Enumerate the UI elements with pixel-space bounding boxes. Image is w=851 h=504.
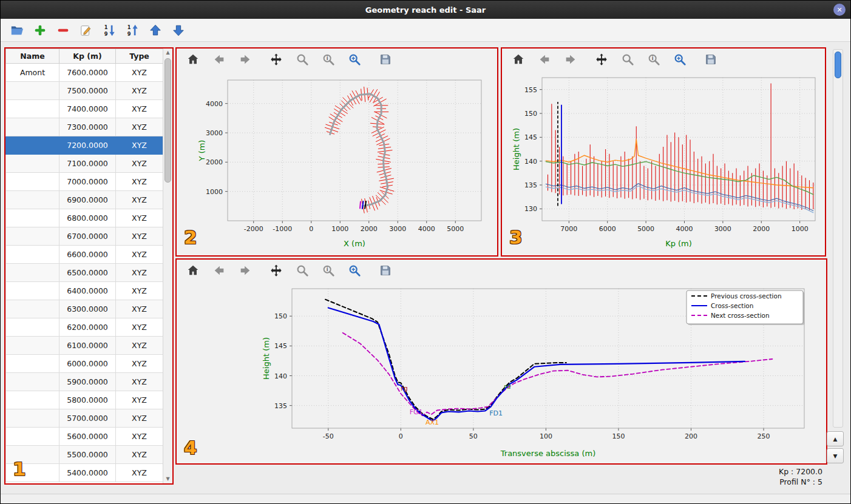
customize-button[interactable] bbox=[672, 52, 688, 67]
table-cell[interactable]: XYZ bbox=[116, 409, 163, 428]
table-cell[interactable]: 6900.0000 bbox=[59, 191, 116, 209]
pan-button[interactable] bbox=[268, 52, 284, 67]
profiles-scrollbar[interactable] bbox=[833, 49, 843, 428]
table-row[interactable]: 7300.0000XYZ bbox=[6, 118, 163, 136]
table-cell[interactable]: 5600.0000 bbox=[59, 428, 116, 446]
table-cell[interactable]: XYZ bbox=[116, 300, 163, 318]
scroll-down-icon[interactable]: ▼ bbox=[163, 475, 172, 483]
table-row[interactable]: 6400.0000XYZ bbox=[6, 282, 163, 300]
zoom-button[interactable] bbox=[294, 263, 310, 278]
save-button[interactable] bbox=[378, 263, 393, 278]
table-cell[interactable]: XYZ bbox=[116, 355, 163, 373]
table-cell[interactable] bbox=[6, 191, 59, 209]
table-cell[interactable]: 5800.0000 bbox=[59, 391, 116, 409]
close-button[interactable]: ✕ bbox=[833, 4, 846, 16]
profile-up-button[interactable]: ▲ bbox=[827, 431, 844, 446]
table-cell[interactable] bbox=[6, 246, 59, 264]
open-button[interactable] bbox=[9, 22, 25, 38]
table-cell[interactable] bbox=[6, 118, 59, 136]
pan-button[interactable] bbox=[594, 52, 609, 67]
table-cell[interactable]: 6600.0000 bbox=[59, 246, 116, 264]
table-cell[interactable]: 7500.0000 bbox=[59, 82, 116, 100]
table-row[interactable]: 5400.0000XYZ bbox=[6, 464, 163, 482]
customize-button[interactable] bbox=[347, 263, 362, 278]
subplots-button[interactable]: i bbox=[320, 52, 336, 67]
back-button[interactable] bbox=[211, 52, 227, 67]
sort-ascending-button[interactable]: 19 bbox=[124, 22, 140, 38]
table-cell[interactable] bbox=[6, 318, 59, 337]
table-cell[interactable]: XYZ bbox=[116, 318, 163, 337]
subplots-button[interactable]: i bbox=[320, 263, 336, 278]
back-button[interactable] bbox=[537, 52, 552, 67]
table-row[interactable]: 6000.0000XYZ bbox=[6, 355, 163, 373]
subplots-button[interactable]: i bbox=[646, 52, 662, 67]
move-up-button[interactable] bbox=[147, 22, 163, 38]
table-cell[interactable]: 6000.0000 bbox=[59, 355, 116, 373]
save-button[interactable] bbox=[703, 52, 719, 67]
table-cell[interactable]: 5500.0000 bbox=[59, 446, 116, 464]
edit-button[interactable] bbox=[78, 22, 94, 38]
table-cell[interactable] bbox=[6, 227, 59, 246]
table-cell[interactable]: XYZ bbox=[116, 209, 163, 227]
forward-button[interactable] bbox=[563, 52, 578, 67]
table-cell[interactable] bbox=[6, 282, 59, 300]
table-cell[interactable]: 7200.0000 bbox=[59, 136, 116, 155]
table-row[interactable]: 6500.0000XYZ bbox=[6, 264, 163, 282]
table-cell[interactable]: XYZ bbox=[116, 64, 163, 82]
table-cell[interactable]: XYZ bbox=[116, 282, 163, 300]
column-header[interactable]: Type bbox=[116, 49, 163, 64]
table-cell[interactable]: XYZ bbox=[116, 373, 163, 391]
table-cell[interactable]: 7400.0000 bbox=[59, 100, 116, 118]
table-row[interactable]: 5900.0000XYZ bbox=[6, 373, 163, 391]
cross-sections-table[interactable]: NameKp (m)TypeAmont7600.0000XYZ7500.0000… bbox=[5, 49, 163, 482]
table-row[interactable]: 6600.0000XYZ bbox=[6, 246, 163, 264]
table-cell[interactable]: 6500.0000 bbox=[59, 264, 116, 282]
table-cell[interactable]: 7300.0000 bbox=[59, 118, 116, 136]
save-button[interactable] bbox=[378, 52, 393, 67]
table-cell[interactable]: 6400.0000 bbox=[59, 282, 116, 300]
table-cell[interactable]: XYZ bbox=[116, 428, 163, 446]
table-row[interactable]: 6100.0000XYZ bbox=[6, 337, 163, 355]
home-button[interactable] bbox=[185, 263, 201, 278]
table-cell[interactable] bbox=[6, 300, 59, 318]
table-cell[interactable]: XYZ bbox=[116, 227, 163, 246]
table-cell[interactable] bbox=[6, 155, 59, 173]
table-cell[interactable]: Amont bbox=[6, 64, 59, 82]
forward-button[interactable] bbox=[237, 52, 253, 67]
table-cell[interactable]: XYZ bbox=[116, 82, 163, 100]
column-header[interactable]: Name bbox=[6, 49, 59, 64]
table-row[interactable]: 6300.0000XYZ bbox=[6, 300, 163, 318]
table-cell[interactable]: 7000.0000 bbox=[59, 173, 116, 191]
profiles-scrollbar-thumb[interactable] bbox=[835, 52, 841, 78]
table-cell[interactable] bbox=[6, 355, 59, 373]
table-row[interactable]: Amont7600.0000XYZ bbox=[6, 64, 163, 82]
table-cell[interactable] bbox=[6, 391, 59, 409]
table-row[interactable]: 5700.0000XYZ bbox=[6, 409, 163, 428]
add-button[interactable] bbox=[32, 22, 48, 38]
table-row[interactable]: 5800.0000XYZ bbox=[6, 391, 163, 409]
table-cell[interactable]: 6100.0000 bbox=[59, 337, 116, 355]
table-row[interactable]: 6700.0000XYZ bbox=[6, 227, 163, 246]
table-cell[interactable]: XYZ bbox=[116, 446, 163, 464]
table-row[interactable]: 6200.0000XYZ bbox=[6, 318, 163, 337]
table-row[interactable]: 7100.0000XYZ bbox=[6, 155, 163, 173]
title-bar[interactable]: Geometry reach edit - Saar ✕ bbox=[1, 1, 850, 19]
profile-down-button[interactable]: ▼ bbox=[827, 448, 844, 463]
table-row[interactable]: 7200.0000XYZ bbox=[6, 136, 163, 155]
table-cell[interactable] bbox=[6, 82, 59, 100]
table-cell[interactable] bbox=[6, 337, 59, 355]
table-cell[interactable] bbox=[6, 373, 59, 391]
longitudinal-profile-plot[interactable]: 7000600050004000300020001000130135140145… bbox=[502, 70, 825, 254]
table-cell[interactable] bbox=[6, 136, 59, 155]
plan-view-plot[interactable]: -2000-1000010002000300040005000100020003… bbox=[177, 70, 497, 254]
table-cell[interactable] bbox=[6, 264, 59, 282]
table-cell[interactable]: 6300.0000 bbox=[59, 300, 116, 318]
table-cell[interactable]: XYZ bbox=[116, 136, 163, 155]
table-cell[interactable]: 5900.0000 bbox=[59, 373, 116, 391]
sort-descending-button[interactable]: 19 bbox=[101, 22, 117, 38]
table-cell[interactable]: 7100.0000 bbox=[59, 155, 116, 173]
table-cell[interactable] bbox=[6, 428, 59, 446]
table-row[interactable]: 6900.0000XYZ bbox=[6, 191, 163, 209]
cross-section-plot[interactable]: -50050100150200250135140145150Transverse… bbox=[177, 281, 825, 463]
customize-button[interactable] bbox=[347, 52, 362, 67]
